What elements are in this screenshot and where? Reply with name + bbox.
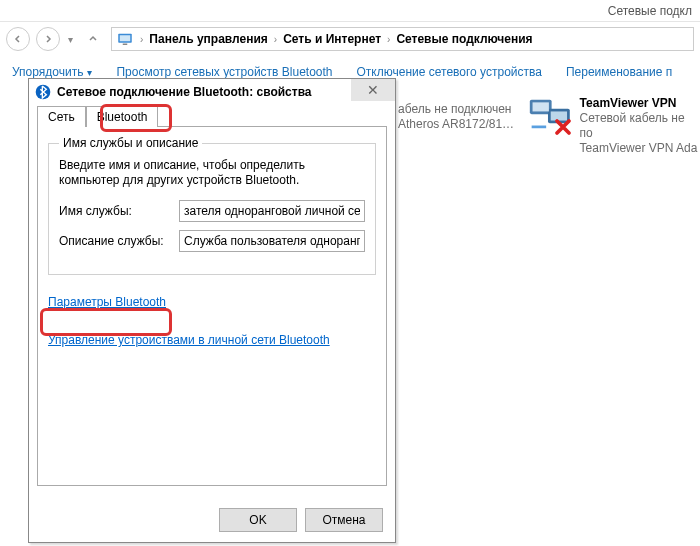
group-description: Введите имя и описание, чтобы определить… xyxy=(59,158,365,188)
service-name-input[interactable] xyxy=(179,200,365,222)
chevron-right-icon: › xyxy=(387,34,390,45)
breadcrumb-item[interactable]: Сеть и Интернет xyxy=(283,32,381,46)
toolbar-arrange[interactable]: Упорядочить ▾ xyxy=(12,65,92,79)
forward-button[interactable] xyxy=(36,27,60,51)
network-adapter-icon xyxy=(528,96,572,134)
dialog-title: Сетевое подключение Bluetooth: свойства xyxy=(57,85,312,99)
bluetooth-icon xyxy=(35,84,51,100)
close-button[interactable]: ✕ xyxy=(351,79,395,101)
window-titlebar: Сетевые подкл xyxy=(0,0,700,22)
tab-bar: Сеть Bluetooth xyxy=(37,105,387,126)
back-button[interactable] xyxy=(6,27,30,51)
connection-adapter: Atheros AR8172/81… xyxy=(398,117,514,132)
cancel-button[interactable]: Отмена xyxy=(305,508,383,532)
toolbar-disable[interactable]: Отключение сетевого устройства xyxy=(357,65,542,79)
group-legend: Имя службы и описание xyxy=(59,136,202,150)
dialog-titlebar: Сетевое подключение Bluetooth: свойства … xyxy=(29,79,395,105)
service-name-label: Имя службы: xyxy=(59,204,169,218)
svg-rect-5 xyxy=(533,102,549,111)
toolbar-view-bt[interactable]: Просмотр сетевых устройств Bluetooth xyxy=(116,65,332,79)
properties-dialog: Сетевое подключение Bluetooth: свойства … xyxy=(28,78,396,543)
svg-rect-2 xyxy=(123,44,128,46)
tab-network[interactable]: Сеть xyxy=(37,106,86,127)
bluetooth-params-link[interactable]: Параметры Bluetooth xyxy=(48,295,166,309)
svg-rect-1 xyxy=(120,35,131,41)
pan-management-link[interactable]: Управление устройствами в личной сети Bl… xyxy=(48,333,330,347)
window-title: Сетевые подкл xyxy=(608,4,692,18)
tab-panel: Имя службы и описание Введите имя и опис… xyxy=(37,126,387,486)
ok-button[interactable]: OK xyxy=(219,508,297,532)
error-x-icon xyxy=(554,118,572,136)
service-group: Имя службы и описание Введите имя и опис… xyxy=(48,143,376,275)
chevron-right-icon: › xyxy=(140,34,143,45)
breadcrumb-item[interactable]: Сетевые подключения xyxy=(396,32,532,46)
close-icon: ✕ xyxy=(367,82,379,98)
service-desc-label: Описание службы: xyxy=(59,234,169,248)
service-desc-input[interactable] xyxy=(179,230,365,252)
caret-down-icon: ▾ xyxy=(87,67,92,78)
chevron-right-icon: › xyxy=(274,34,277,45)
connection-adapter: TeamViewer VPN Ada xyxy=(580,141,700,156)
connection-name: TeamViewer VPN xyxy=(580,96,700,111)
connection-item[interactable]: абель не подключен Atheros AR8172/81… xyxy=(398,102,514,132)
arrow-left-icon xyxy=(12,33,24,45)
connection-status: Сетевой кабель не по xyxy=(580,111,700,141)
connection-status: абель не подключен xyxy=(398,102,514,117)
tab-bluetooth[interactable]: Bluetooth xyxy=(86,106,159,127)
address-bar[interactable]: › Панель управления › Сеть и Интернет › … xyxy=(111,27,694,51)
dialog-button-row: OK Отмена xyxy=(219,508,383,532)
control-panel-icon xyxy=(116,30,134,48)
toolbar-rename[interactable]: Переименование п xyxy=(566,65,672,79)
nav-recent-caret-icon[interactable]: ▾ xyxy=(66,34,75,45)
up-button[interactable] xyxy=(81,27,105,51)
breadcrumb-item[interactable]: Панель управления xyxy=(149,32,267,46)
arrow-up-icon xyxy=(87,33,99,45)
nav-row: ▾ › Панель управления › Сеть и Интернет … xyxy=(0,22,700,56)
arrow-right-icon xyxy=(42,33,54,45)
connection-item[interactable]: TeamViewer VPN Сетевой кабель не по Team… xyxy=(528,96,700,156)
